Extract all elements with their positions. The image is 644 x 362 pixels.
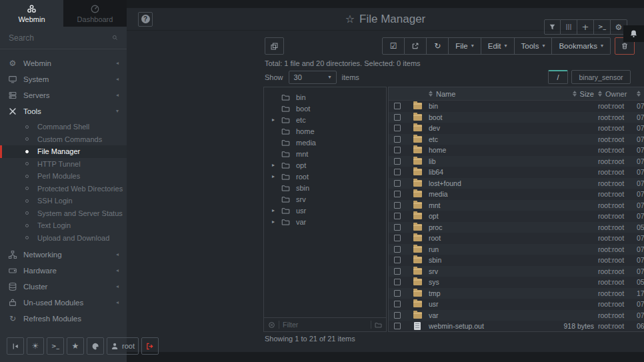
sort-icon[interactable] [429,91,433,97]
export-button[interactable] [405,37,427,55]
sort-icon[interactable] [598,91,602,97]
row-checkbox[interactable] [394,279,401,285]
tree-filter-input[interactable] [283,321,367,329]
table-row[interactable]: tmproot:root17772022/01/25 - 10:00:03 [389,288,644,299]
row-checkbox[interactable] [394,257,401,263]
tree-item-srv[interactable]: srv [264,193,386,205]
row-checkbox[interactable] [394,202,401,209]
table-row[interactable]: srvroot:root07552021/08/16 - 05:34:12 [389,266,644,277]
sidebar-item-networking[interactable]: Networking◂ [0,247,127,263]
column-header-owner[interactable]: Owner [598,90,637,98]
row-checkbox[interactable] [394,147,401,153]
tree-item-home[interactable]: home [264,125,386,137]
row-checkbox[interactable] [394,114,401,121]
table-row[interactable]: runroot:root07552022/01/22 - 20:09:21 [389,244,644,255]
table-row[interactable]: etcroot:root07552022/01/24 - 08:37:42 [389,134,644,145]
menu-tools-button[interactable]: Tools▾ [515,37,553,55]
row-checkbox[interactable] [394,213,401,219]
row-checkbox[interactable] [394,180,401,187]
expand-arrow-icon[interactable]: ▸ [272,173,281,179]
expand-arrow-icon[interactable]: ▸ [272,162,281,168]
menu-bookmarks-button[interactable]: Bookmarks▾ [552,37,611,55]
row-checkbox[interactable] [394,136,401,143]
star-button[interactable]: ★ [67,337,84,355]
sidebar-item-system-and-server-status[interactable]: System and Server Status [0,207,127,220]
column-header-mode[interactable]: Mode [637,90,644,98]
clone-view-button[interactable] [265,37,284,55]
row-checkbox[interactable] [394,290,401,297]
terminal-button[interactable]: >_ [47,337,64,355]
row-checkbox[interactable] [394,323,401,329]
table-row[interactable]: lib64root:root07552021/12/10 - 16:53:07 [389,167,644,178]
table-row[interactable]: binroot:root07552022/01/24 - 08:37:31 [389,101,644,112]
tree-item-usr[interactable]: ▸usr [264,205,386,216]
sidebar-item-file-manager[interactable]: File Manager [0,145,127,158]
tree-item-boot[interactable]: boot [264,103,386,114]
sidebar-item-upload-and-download[interactable]: Upload and Download [0,232,127,245]
tree-item-mnt[interactable]: mnt [264,148,386,159]
row-checkbox[interactable] [394,103,401,109]
tree-item-etc[interactable]: ▸etc [264,114,386,125]
table-row[interactable]: libroot:root07552021/08/16 - 05:36:30 [389,156,644,167]
table-row[interactable]: varroot:root07552021/12/10 - 17:01:55 [389,310,644,321]
expand-arrow-icon[interactable]: ▸ [272,219,281,225]
row-checkbox[interactable] [394,169,401,175]
row-checkbox[interactable] [394,224,401,231]
sidebar-item-webmin[interactable]: ⚙Webmin◂ [0,55,127,71]
user-button[interactable]: root [107,337,139,355]
sidebar-item-hardware[interactable]: Hardware◂ [0,263,127,279]
row-checkbox[interactable] [394,235,401,241]
help-button[interactable]: ? [138,12,153,27]
tab-webmin[interactable]: Webmin [0,0,63,27]
row-checkbox[interactable] [394,246,401,253]
check-square-button[interactable]: ☑ [382,37,405,55]
search-input[interactable] [9,33,112,43]
sidebar-item-ssh-login[interactable]: SSH Login [0,195,127,207]
sun-button[interactable]: ☀ [27,337,44,355]
table-row[interactable]: procroot:root05552022/01/22 - 20:07:40 [389,222,644,233]
path-search-box[interactable]: binary_sensor [571,70,631,84]
expand-arrow-icon[interactable]: ▸ [272,117,281,123]
tree-item-var[interactable]: ▸var [264,216,386,227]
sort-icon[interactable] [573,91,577,97]
tab-dashboard[interactable]: Dashboard [63,0,127,27]
sidebar-item-perl-modules[interactable]: Perl Modules [0,170,127,183]
sidebar-item-system[interactable]: System◂ [0,71,127,87]
sidebar-item-refresh-modules[interactable]: ↻Refresh Modules [0,311,127,327]
table-row[interactable]: rootroot:root07002022/01/20 - 10:42:13 [389,233,644,244]
row-checkbox[interactable] [394,191,401,197]
sidebar-item-text-login[interactable]: Text Login [0,219,127,232]
sidebar-item-cluster[interactable]: Cluster◂ [0,279,127,295]
sidebar-item-un-used-modules[interactable]: Un-used Modules◂ [0,295,127,311]
terminal-button[interactable]: >_ [594,19,611,35]
logout-button[interactable] [141,337,159,355]
path-root-button[interactable]: / [548,70,568,84]
page-size-select[interactable]: 30 ▾ [289,71,337,84]
tree-item-opt[interactable]: ▸opt [264,159,386,171]
table-row[interactable]: sbinroot:root07552022/01/24 - 08:37:31 [389,255,644,266]
refresh-button[interactable]: ↻ [427,37,449,55]
column-header-size[interactable]: Size [545,90,598,98]
table-row[interactable]: webmin-setup.out918 bytesroot:root064420… [389,321,644,332]
tree-item-bin[interactable]: bin [264,91,386,103]
column-header-name[interactable]: Name [429,90,545,98]
table-row[interactable]: homeroot:root07552021/04/10 - 16:15:00 [389,145,644,156]
sidebar-item-servers[interactable]: Servers◂ [0,87,127,103]
table-row[interactable]: lost+foundroot:root07002021/12/29 - 13:4… [389,178,644,189]
table-row[interactable]: mntroot:root07552021/08/16 - 05:34:12 [389,200,644,211]
table-row[interactable]: mediaroot:root07552021/08/16 - 05:34:12 [389,189,644,200]
sidebar-item-custom-commands[interactable]: Custom Commands [0,133,127,146]
tree-item-sbin[interactable]: sbin [264,182,386,193]
plus-button[interactable]: + [577,19,594,35]
sort-icon[interactable] [637,91,641,97]
funnel-button[interactable] [544,19,561,35]
row-checkbox[interactable] [394,158,401,165]
palette-button[interactable] [87,337,104,355]
clear-filter-icon[interactable] [268,321,275,329]
menu-edit-button[interactable]: Edit▾ [481,37,515,55]
table-row[interactable]: optroot:root07552021/12/10 - 16:54:57 [389,211,644,222]
notifications-button[interactable] [623,25,644,42]
menu-file-button[interactable]: File▾ [449,37,481,55]
collapse-sidebar-button[interactable] [7,337,24,355]
table-row[interactable]: bootroot:root07552021/04/10 - 16:15:00 [389,112,644,123]
